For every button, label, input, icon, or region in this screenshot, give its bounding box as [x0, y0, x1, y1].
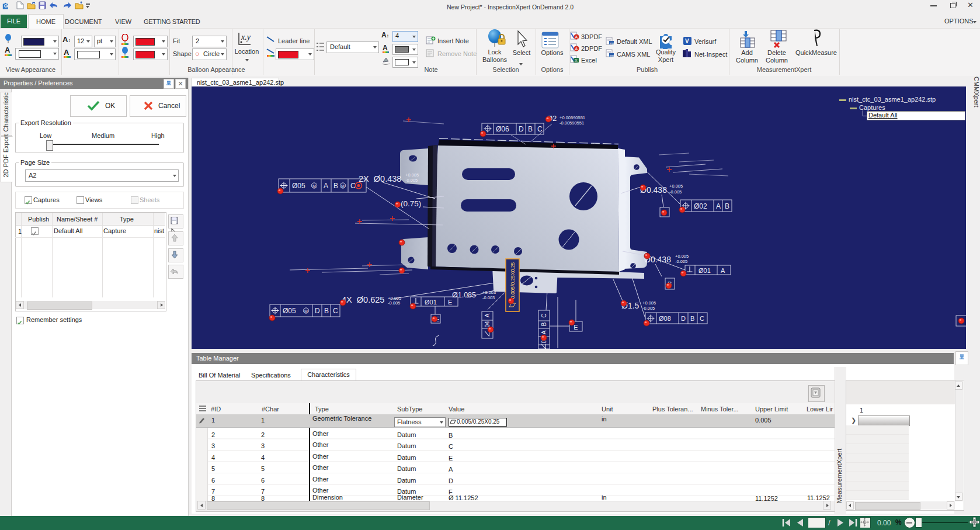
svg-text:04: 04	[484, 321, 491, 328]
svg-text:Ø01: Ø01	[698, 267, 711, 274]
svg-text:A: A	[575, 35, 578, 39]
svg-text:A: A	[721, 267, 725, 274]
svg-text:A: A	[64, 48, 69, 57]
svg-text:V: V	[685, 38, 689, 44]
svg-text:A: A	[484, 313, 491, 317]
svg-text:4X Ø0.625: 4X Ø0.625	[342, 295, 384, 304]
svg-text:-0.003: -0.003	[482, 295, 495, 300]
svg-text:D: D	[519, 125, 524, 133]
svg-text:C: C	[700, 315, 704, 322]
svg-text:D: D	[681, 315, 686, 322]
svg-text:A: A	[383, 44, 388, 52]
svg-text:+0.003: +0.003	[482, 290, 496, 295]
svg-text:B: B	[541, 322, 547, 326]
svg-text:xml: xml	[610, 54, 615, 57]
svg-text:Ø05: Ø05	[283, 307, 296, 315]
svg-text:B: B	[324, 307, 329, 315]
svg-text:Ø06: Ø06	[496, 125, 509, 133]
svg-text:-0.005: -0.005	[388, 300, 400, 306]
svg-text:xml: xml	[610, 41, 615, 45]
svg-text:B: B	[333, 182, 338, 190]
svg-text:X: X	[575, 58, 578, 63]
svg-text:C: C	[541, 313, 547, 317]
svg-text:A: A	[5, 46, 11, 54]
svg-text:+0.005: +0.005	[669, 183, 683, 189]
svg-text:B: B	[725, 202, 729, 210]
svg-text:A: A	[324, 182, 328, 190]
svg-text:Ø1.085: Ø1.085	[452, 291, 476, 299]
svg-text:C: C	[350, 182, 356, 190]
svg-text:+0.005: +0.005	[675, 254, 689, 259]
svg-text:-0.005: -0.005	[675, 259, 687, 264]
svg-text:x.y: x.y	[241, 33, 251, 41]
svg-text:-0.00590551: -0.00590551	[559, 120, 584, 126]
svg-text:A: A	[541, 330, 547, 334]
svg-text:E: E	[448, 299, 452, 306]
svg-text:B: B	[690, 315, 694, 322]
svg-text:E: E	[574, 324, 578, 331]
svg-text:C: C	[537, 125, 543, 133]
svg-text:A: A	[575, 47, 578, 51]
svg-text:A: A	[716, 202, 721, 210]
svg-text:C: C	[333, 307, 338, 315]
svg-text:Ø01: Ø01	[425, 299, 437, 306]
svg-text:Ø08: Ø08	[659, 315, 671, 322]
svg-text:-0.005: -0.005	[405, 178, 418, 183]
svg-text:+0.005: +0.005	[405, 172, 419, 178]
svg-text:0.005/0.25X0.25: 0.005/0.25X0.25	[510, 262, 516, 299]
svg-text:Ø05: Ø05	[292, 182, 305, 190]
svg-text:+0.005: +0.005	[642, 300, 656, 306]
svg-text:B: B	[528, 125, 533, 133]
svg-text:-0.005: -0.005	[669, 189, 682, 195]
svg-text:(0.75): (0.75)	[401, 199, 421, 208]
svg-text:2X Ø0.438: 2X Ø0.438	[359, 174, 401, 183]
svg-text:-0.005: -0.005	[642, 306, 655, 311]
svg-text:+0.00590551: +0.00590551	[559, 115, 585, 120]
svg-text:Ø02: Ø02	[694, 202, 707, 210]
svg-text:D: D	[315, 307, 320, 315]
